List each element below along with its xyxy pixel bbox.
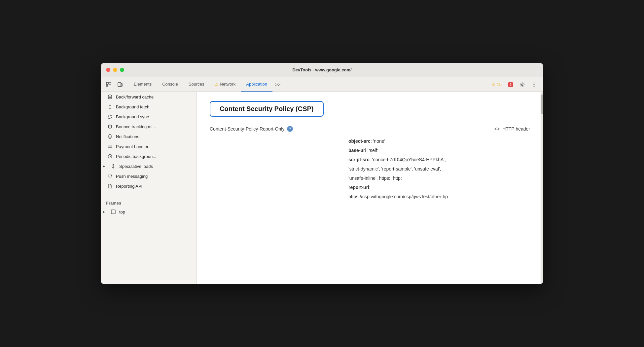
info-icon[interactable]: ?	[287, 126, 293, 132]
sidebar-item-background-fetch[interactable]: Background fetch	[101, 102, 196, 112]
sidebar-item-speculative-loads-label: Speculative loads	[119, 164, 153, 169]
main-panel: Content Security Policy (CSP) Content-Se…	[197, 92, 543, 284]
script-src-continued1: 'strict-dynamic', 'report-sample', 'unsa…	[348, 166, 530, 172]
sidebar-item-background-sync[interactable]: Background sync	[101, 112, 196, 122]
policy-name: Content-Security-Policy-Report-Only	[210, 126, 284, 132]
sidebar-item-reporting-api-label: Reporting API	[116, 184, 142, 189]
sidebar-item-bounce-tracking-label: Bounce tracking mi...	[116, 124, 156, 129]
error-icon: 2	[508, 82, 513, 87]
warning-triangle-icon: ⚠	[491, 82, 495, 87]
bell-icon	[107, 134, 113, 139]
scrollbar-thumb[interactable]	[541, 95, 543, 114]
error-count-button[interactable]: 2	[506, 81, 516, 88]
cylinder-icon	[107, 94, 113, 99]
sidebar-item-reporting-api[interactable]: Reporting API	[101, 181, 196, 191]
sidebar-item-background-fetch-label: Background fetch	[116, 104, 149, 109]
toolbar-right: ⚠ 15 2	[489, 79, 541, 90]
sidebar-item-frames-top[interactable]: ▶ top	[101, 207, 196, 217]
tab-list: Elements Console Sources ⚠ Network Appli…	[128, 77, 488, 92]
devtools-window: DevTools - www.google.com/ Elements Cons…	[101, 63, 543, 284]
http-header-row: <> HTTP header	[494, 126, 530, 132]
sidebar-item-notifications-label: Notifications	[116, 134, 139, 139]
sidebar-item-payment-handler[interactable]: Payment handler	[101, 141, 196, 151]
sidebar-item-push-messaging[interactable]: Push messaging	[101, 171, 196, 181]
warning-count-button[interactable]: ⚠ 15	[489, 81, 504, 88]
svg-point-11	[108, 95, 112, 96]
base-uri-key: base-uri	[348, 148, 366, 153]
frames-section-header: Frames	[101, 197, 196, 207]
svg-rect-1	[109, 82, 111, 84]
sidebar: Back/forward cache Background fetch	[101, 92, 197, 284]
frames-expand-icon: ▶	[103, 210, 107, 213]
svg-rect-17	[108, 145, 112, 148]
title-bar: DevTools - www.google.com/	[101, 63, 543, 77]
card-icon	[107, 144, 113, 149]
more-tabs-button[interactable]: >>	[272, 77, 283, 92]
document-icon	[107, 183, 113, 189]
svg-rect-0	[106, 82, 108, 84]
tab-console[interactable]: Console	[157, 77, 183, 92]
sidebar-item-bounce-tracking[interactable]: Bounce tracking mi...	[101, 122, 196, 132]
window-title: DevTools - www.google.com/	[292, 67, 351, 72]
close-button[interactable]	[106, 68, 110, 72]
db-icon	[107, 124, 113, 129]
settings-button[interactable]	[517, 79, 527, 90]
inspect-element-button[interactable]	[103, 79, 114, 90]
maximize-button[interactable]	[120, 68, 124, 72]
frame-icon	[111, 209, 116, 214]
svg-point-10	[534, 86, 535, 87]
sidebar-item-payment-handler-label: Payment handler	[116, 144, 148, 149]
tab-elements[interactable]: Elements	[128, 77, 157, 92]
svg-point-9	[534, 84, 535, 85]
traffic-lights	[106, 68, 124, 72]
speculative-icon	[111, 164, 116, 169]
code-brackets-icon: <>	[494, 126, 500, 132]
object-src-key: object-src	[348, 138, 371, 144]
minimize-button[interactable]	[113, 68, 117, 72]
arrows-updown-icon	[107, 104, 113, 109]
sidebar-item-back-forward-cache[interactable]: Back/forward cache	[101, 92, 196, 102]
tab-application[interactable]: Application	[241, 77, 272, 92]
policy-name-row: Content-Security-Policy-Report-Only ? <>…	[210, 126, 530, 132]
toolbar: Elements Console Sources ⚠ Network Appli…	[101, 77, 543, 92]
network-warning-icon: ⚠	[215, 82, 219, 87]
report-uri-key: report-uri	[348, 185, 369, 190]
svg-rect-6	[121, 84, 122, 86]
scrollbar-track	[541, 92, 543, 284]
policy-details: object-src: 'none' base-uri: 'self' scri…	[348, 138, 530, 199]
report-uri-value: https://csp.withgoogle.com/csp/gwsTest/o…	[348, 194, 530, 199]
expand-arrow-icon: ▶	[103, 165, 107, 168]
svg-rect-23	[111, 210, 115, 214]
csp-title: Content Security Policy (CSP)	[220, 105, 314, 112]
tab-sources[interactable]: Sources	[183, 77, 210, 92]
script-src-continued2: 'unsafe-inline', https:, http:	[348, 175, 530, 181]
tab-network[interactable]: ⚠ Network	[210, 77, 241, 92]
http-header-label: HTTP header	[502, 126, 530, 132]
svg-rect-5	[118, 83, 121, 87]
report-uri-line: report-uri:	[348, 185, 530, 190]
svg-point-8	[534, 82, 535, 83]
sync-icon	[107, 114, 113, 119]
script-src-key: script-src	[348, 157, 370, 162]
cloud-icon	[107, 174, 113, 179]
sidebar-item-periodic-background[interactable]: Periodic backgroun...	[101, 151, 196, 161]
svg-point-7	[521, 84, 523, 85]
more-options-button[interactable]	[529, 79, 539, 90]
svg-line-21	[110, 156, 111, 157]
csp-title-box: Content Security Policy (CSP)	[210, 101, 324, 117]
clock-icon	[107, 154, 113, 159]
sidebar-item-periodic-background-label: Periodic backgroun...	[116, 154, 156, 159]
sidebar-item-frames-top-label: top	[119, 210, 125, 214]
svg-point-16	[109, 125, 112, 126]
script-src-line: script-src: 'nonce-l-7rK04QpY5oeS4-HPPkh…	[348, 157, 530, 162]
device-toolbar-button[interactable]	[115, 79, 125, 90]
object-src-line: object-src: 'none'	[348, 138, 530, 144]
sidebar-item-push-messaging-label: Push messaging	[116, 174, 148, 179]
main-content: Back/forward cache Background fetch	[101, 92, 543, 284]
sidebar-item-back-forward-label: Back/forward cache	[116, 95, 154, 99]
sidebar-item-background-sync-label: Background sync	[116, 114, 149, 119]
base-uri-line: base-uri: 'self'	[348, 148, 530, 153]
svg-point-14	[108, 97, 112, 99]
sidebar-item-notifications[interactable]: Notifications	[101, 132, 196, 141]
sidebar-item-speculative-loads[interactable]: ▶ Speculative loads	[101, 161, 196, 171]
